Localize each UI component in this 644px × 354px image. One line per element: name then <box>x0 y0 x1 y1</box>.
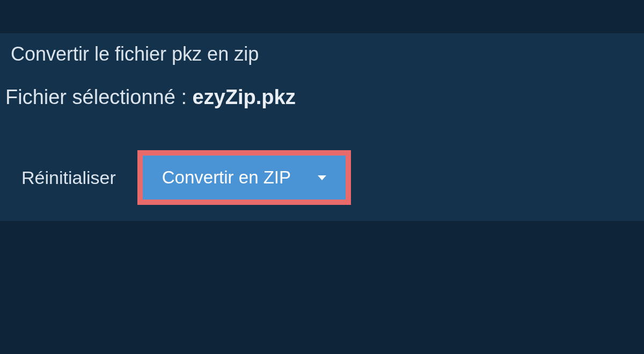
selected-filename: ezyZip.pkz <box>193 86 296 108</box>
actions-row: Réinitialiser Convertir en ZIP <box>21 150 351 205</box>
chevron-down-icon <box>318 175 326 180</box>
selected-file-label: Fichier sélectionné : <box>5 86 193 108</box>
convert-button-highlight: Convertir en ZIP <box>137 150 351 205</box>
selected-file-line: Fichier sélectionné : ezyZip.pkz <box>5 86 296 109</box>
convert-to-zip-button[interactable]: Convertir en ZIP <box>143 156 346 200</box>
convert-button-label: Convertir en ZIP <box>162 167 291 188</box>
reset-button[interactable]: Réinitialiser <box>21 167 116 188</box>
tab-convert-pkz-zip[interactable]: Convertir le fichier pkz en zip <box>0 33 274 75</box>
tab-title: Convertir le fichier pkz en zip <box>11 43 259 65</box>
